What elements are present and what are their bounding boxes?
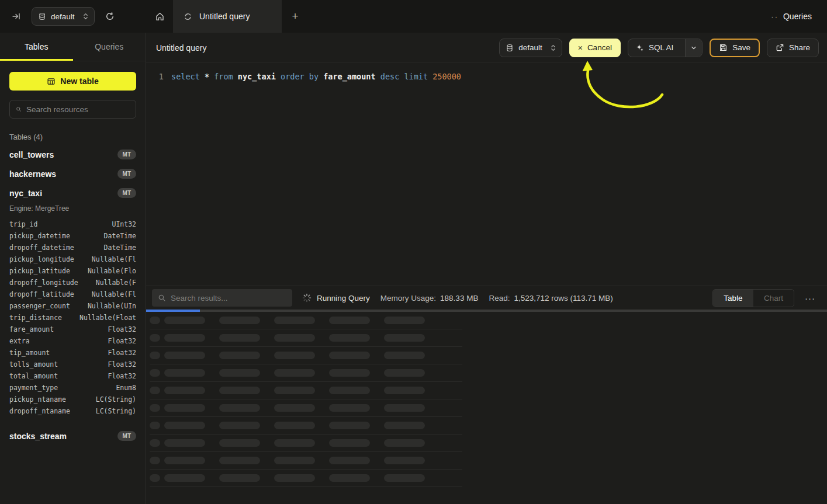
skeleton-cell: [164, 317, 205, 324]
skeleton-row: [150, 312, 462, 329]
code-token: [319, 72, 323, 81]
skeleton-cell: [274, 457, 315, 464]
queries-link[interactable]: ·· Queries: [756, 0, 827, 33]
share-label: Share: [789, 43, 810, 52]
skeleton-cell: [150, 439, 160, 447]
query-toolbar: Untitled query default × Cancel: [146, 33, 827, 63]
view-toggle-table[interactable]: Table: [713, 290, 753, 307]
engine-badge: MT: [117, 169, 136, 179]
sidebar-search: [9, 100, 136, 119]
skeleton-row: [150, 452, 462, 470]
column-row: trip_distanceNullable(Float: [9, 312, 136, 324]
search-icon: [158, 294, 166, 302]
database-icon: [506, 44, 514, 52]
column-name: extra: [9, 337, 30, 345]
column-name: tolls_amount: [9, 360, 58, 369]
skeleton-cell: [164, 334, 205, 342]
skeleton-cell: [150, 334, 160, 342]
query-status: Running Query: [302, 293, 370, 303]
code-token: limit: [404, 72, 428, 81]
column-row: pickup_latitudeNullable(Flo: [9, 265, 136, 277]
app-window: default Untitled query + ·· Queries: [0, 0, 827, 504]
sql-ai-dropdown-button[interactable]: [685, 39, 702, 57]
sql-ai-button[interactable]: SQL AI: [628, 39, 703, 57]
skeleton-cell: [329, 387, 370, 394]
skeleton-cell: [329, 404, 370, 412]
code-token: [428, 72, 432, 81]
save-button[interactable]: Save: [710, 39, 760, 57]
more-options-button[interactable]: ···: [801, 291, 819, 305]
table-item[interactable]: stocks_streamMT: [9, 426, 136, 446]
new-table-label: New table: [60, 77, 98, 86]
skeleton-cell: [274, 352, 315, 359]
table-item[interactable]: cell_towersMT: [9, 145, 136, 164]
memory-usage-label: Memory Usage:: [380, 294, 436, 303]
search-results-input[interactable]: [171, 294, 286, 303]
column-type: Enum8: [116, 384, 136, 392]
skeleton-cell: [274, 387, 315, 394]
skeleton-cell: [384, 352, 425, 359]
column-row: pickup_datetimeDateTime: [9, 230, 136, 242]
refresh-icon: [105, 12, 115, 21]
chevron-down-icon: [691, 45, 697, 51]
tab-untitled-query[interactable]: Untitled query: [173, 0, 282, 33]
column-row: dropoff_latitudeNullable(Fl: [9, 289, 136, 300]
skeleton-cell: [329, 474, 370, 482]
skeleton-cell: [164, 369, 205, 377]
database-selector[interactable]: default: [32, 7, 95, 26]
column-type: Float32: [108, 372, 136, 380]
code-token: fare_amount: [323, 72, 375, 81]
view-toggle: Table Chart: [712, 289, 794, 307]
skeleton-cell: [219, 317, 260, 324]
skeleton-cell: [219, 334, 260, 342]
topbar-spacer: [309, 0, 756, 33]
view-toggle-chart[interactable]: Chart: [753, 290, 794, 307]
column-name: dropoff_longitude: [9, 279, 78, 287]
sql-ai-main[interactable]: SQL AI: [628, 39, 680, 57]
column-name: dropoff_datetime: [9, 244, 74, 252]
skeleton-row: [150, 435, 462, 452]
code-line: 1 select * from nyc_taxi order by fare_a…: [146, 71, 827, 82]
new-table-button[interactable]: New table: [9, 72, 136, 91]
column-name: tip_amount: [9, 349, 50, 357]
cancel-button[interactable]: × Cancel: [569, 39, 621, 57]
sidebar: Tables Queries New table Tables (4) cell…: [0, 33, 146, 504]
refresh-button[interactable]: [103, 9, 117, 23]
column-name: pickup_ntaname: [9, 395, 66, 404]
skeleton-cell: [274, 422, 315, 429]
home-button[interactable]: [146, 0, 173, 33]
skeleton-cell: [274, 369, 315, 377]
sidebar-tab-queries[interactable]: Queries: [73, 33, 146, 61]
column-name: trip_distance: [9, 314, 62, 322]
results-panel: Running Query Memory Usage: 188.33 MB Re…: [146, 286, 827, 504]
share-button[interactable]: Share: [767, 39, 819, 57]
sidebar-tab-tables[interactable]: Tables: [0, 33, 73, 61]
skeleton-cell: [150, 422, 160, 429]
memory-usage: Memory Usage: 188.33 MB: [380, 294, 479, 303]
column-type: Nullable(UIn: [88, 302, 136, 310]
column-name: trip_id: [9, 220, 37, 228]
skeleton-cell: [384, 439, 425, 447]
topbar-left: default: [0, 0, 146, 33]
sql-editor[interactable]: 1 select * from nyc_taxi order by fare_a…: [146, 63, 827, 286]
engine-badge: MT: [117, 188, 136, 198]
skeleton-cell: [329, 369, 370, 377]
read-stat: Read: 1,523,712 rows (113.71 MB): [489, 294, 613, 303]
skeleton-row: [150, 382, 462, 399]
code-token: [233, 72, 238, 81]
skeleton-cell: [329, 422, 370, 429]
search-resources-input[interactable]: [26, 105, 130, 114]
collapse-sidebar-button[interactable]: [9, 9, 23, 23]
table-item[interactable]: nyc_taxiMT: [9, 183, 136, 203]
query-progress-fill: [146, 310, 200, 312]
close-icon: ×: [578, 43, 583, 53]
table-item[interactable]: hackernewsMT: [9, 164, 136, 183]
query-database-selector[interactable]: default: [499, 39, 562, 57]
column-row: trip_idUInt32: [9, 218, 136, 230]
collapse-sidebar-icon: [12, 12, 21, 21]
column-type: Float32: [108, 360, 136, 369]
code-token: [200, 72, 205, 81]
new-tab-button[interactable]: +: [282, 0, 309, 33]
column-name: pickup_datetime: [9, 232, 70, 240]
skeleton-cell: [164, 404, 205, 412]
